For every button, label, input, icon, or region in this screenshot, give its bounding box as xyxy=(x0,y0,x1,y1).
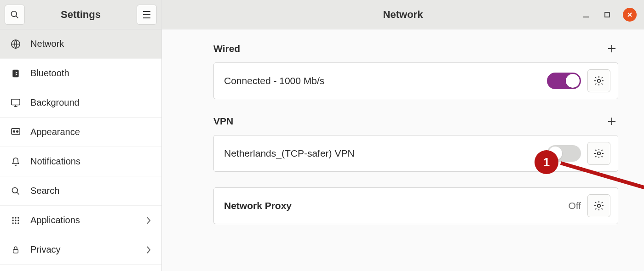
sidebar-nav: Network Bluetooth Background Appearance xyxy=(0,29,161,271)
svg-point-15 xyxy=(12,217,14,218)
proxy-label: Network Proxy xyxy=(224,200,292,211)
settings-window: Settings Network Bluetooth xyxy=(0,0,644,271)
page-title: Network xyxy=(162,9,644,21)
sidebar-item-applications[interactable]: Applications xyxy=(0,206,161,235)
sidebar: Settings Network Bluetooth xyxy=(0,0,162,271)
svg-point-31 xyxy=(598,79,600,82)
minimize-button[interactable] xyxy=(581,9,592,20)
maximize-icon xyxy=(604,11,610,18)
svg-line-1 xyxy=(16,16,18,18)
svg-line-14 xyxy=(17,192,19,194)
wired-settings-button[interactable] xyxy=(587,69,610,92)
window-controls xyxy=(581,8,638,22)
section-header-wired: Wired xyxy=(213,42,618,55)
sidebar-title: Settings xyxy=(25,9,137,21)
close-icon xyxy=(627,11,633,18)
wired-status-label: Connected - 1000 Mb/s xyxy=(224,75,324,86)
svg-point-22 xyxy=(15,222,16,224)
sidebar-item-privacy[interactable]: Privacy xyxy=(0,235,161,265)
bluetooth-icon xyxy=(10,68,21,79)
sidebar-item-label: Privacy xyxy=(30,244,61,255)
content-area: Wired Connected - 1000 Mb/s xyxy=(162,29,644,271)
svg-point-21 xyxy=(12,222,14,224)
svg-point-11 xyxy=(13,130,15,132)
monitor-icon xyxy=(10,97,21,108)
vpn-settings-button[interactable] xyxy=(587,142,610,165)
svg-point-20 xyxy=(17,220,19,221)
lock-icon xyxy=(10,244,21,255)
wired-toggle[interactable] xyxy=(547,73,581,89)
svg-rect-24 xyxy=(13,249,18,253)
minimize-icon xyxy=(582,11,590,18)
maximize-button[interactable] xyxy=(602,9,613,20)
vpn-connection-label: Netherlands_(TCP-safer) VPN xyxy=(224,148,355,159)
svg-point-13 xyxy=(12,187,18,193)
section-header-vpn: VPN xyxy=(213,115,618,128)
vpn-connection-row: Netherlands_(TCP-safer) VPN xyxy=(213,135,618,172)
wired-connection-row: Connected - 1000 Mb/s xyxy=(213,62,618,99)
svg-rect-10 xyxy=(12,128,20,134)
svg-point-35 xyxy=(598,204,600,207)
svg-point-23 xyxy=(17,222,19,224)
gear-icon xyxy=(593,200,604,211)
bell-icon xyxy=(10,156,21,167)
sidebar-item-appearance[interactable]: Appearance xyxy=(0,118,161,147)
section-title-wired: Wired xyxy=(213,43,240,54)
sidebar-item-label: Background xyxy=(30,97,80,108)
hamburger-icon xyxy=(142,11,151,19)
sidebar-item-background[interactable]: Background xyxy=(0,88,161,118)
section-vpn: VPN Netherlands_(TCP-safer) VPN xyxy=(213,115,618,172)
plus-icon xyxy=(607,117,616,126)
sidebar-header: Settings xyxy=(0,0,161,29)
search-button[interactable] xyxy=(5,5,25,25)
toggle-knob xyxy=(566,74,580,88)
svg-rect-7 xyxy=(12,99,20,105)
sidebar-item-label: Network xyxy=(30,39,64,49)
vpn-toggle[interactable] xyxy=(547,145,581,162)
svg-point-12 xyxy=(17,130,18,132)
main-panel: Network Wired xyxy=(162,0,644,271)
svg-point-34 xyxy=(598,152,600,155)
proxy-settings-button[interactable] xyxy=(587,194,610,217)
toggle-knob xyxy=(548,147,562,160)
chevron-right-icon xyxy=(146,216,151,225)
svg-point-16 xyxy=(15,217,16,218)
sidebar-item-bluetooth[interactable]: Bluetooth xyxy=(0,59,161,88)
close-button[interactable] xyxy=(623,8,637,22)
gear-icon xyxy=(593,75,604,86)
add-vpn-button[interactable] xyxy=(605,115,618,128)
svg-point-19 xyxy=(15,220,16,221)
sidebar-item-label: Bluetooth xyxy=(30,68,69,79)
sidebar-item-label: Appearance xyxy=(30,127,80,137)
svg-point-0 xyxy=(12,11,17,17)
proxy-status: Off xyxy=(568,200,581,211)
sidebar-item-network[interactable]: Network xyxy=(0,29,161,59)
svg-point-17 xyxy=(17,217,19,218)
gear-icon xyxy=(593,148,604,159)
section-proxy: Network Proxy Off xyxy=(213,187,618,224)
globe-icon xyxy=(10,39,21,50)
appearance-icon xyxy=(10,127,21,138)
main-header: Network xyxy=(162,0,644,29)
chevron-right-icon xyxy=(146,246,151,254)
menu-button[interactable] xyxy=(137,5,157,25)
add-wired-button[interactable] xyxy=(605,42,618,55)
sidebar-item-label: Notifications xyxy=(30,156,80,167)
network-proxy-row[interactable]: Network Proxy Off xyxy=(213,187,618,224)
svg-rect-26 xyxy=(605,12,610,17)
svg-point-18 xyxy=(12,220,14,221)
sidebar-item-label: Search xyxy=(30,186,59,196)
sidebar-item-label: Applications xyxy=(30,215,80,226)
search-icon xyxy=(10,10,19,19)
section-title-vpn: VPN xyxy=(213,116,233,127)
sidebar-item-search[interactable]: Search xyxy=(0,176,161,206)
sidebar-item-notifications[interactable]: Notifications xyxy=(0,147,161,176)
search-icon xyxy=(10,186,21,197)
plus-icon xyxy=(607,44,616,53)
section-wired: Wired Connected - 1000 Mb/s xyxy=(213,42,618,99)
grid-icon xyxy=(10,215,21,226)
